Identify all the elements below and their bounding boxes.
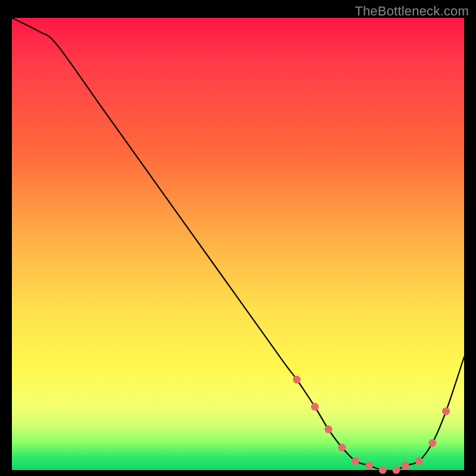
highlight-dot (379, 466, 387, 474)
highlight-dot (352, 457, 359, 465)
highlight-dot (402, 462, 409, 469)
highlight-dot (311, 403, 319, 411)
highlight-dot (293, 376, 300, 384)
highlight-dot (393, 466, 400, 474)
highlight-dot (428, 439, 436, 447)
highlight-dot (325, 425, 333, 433)
highlight-dot (338, 444, 346, 452)
chart-frame (12, 18, 464, 470)
highlight-dot (442, 408, 450, 415)
highlight-dot (415, 457, 423, 465)
bottleneck-curve-line (12, 18, 464, 471)
chart-svg (12, 18, 464, 470)
highlight-dot (365, 462, 373, 469)
highlight-dots-group (293, 376, 450, 474)
attribution-text: TheBottleneck.com (355, 4, 469, 19)
